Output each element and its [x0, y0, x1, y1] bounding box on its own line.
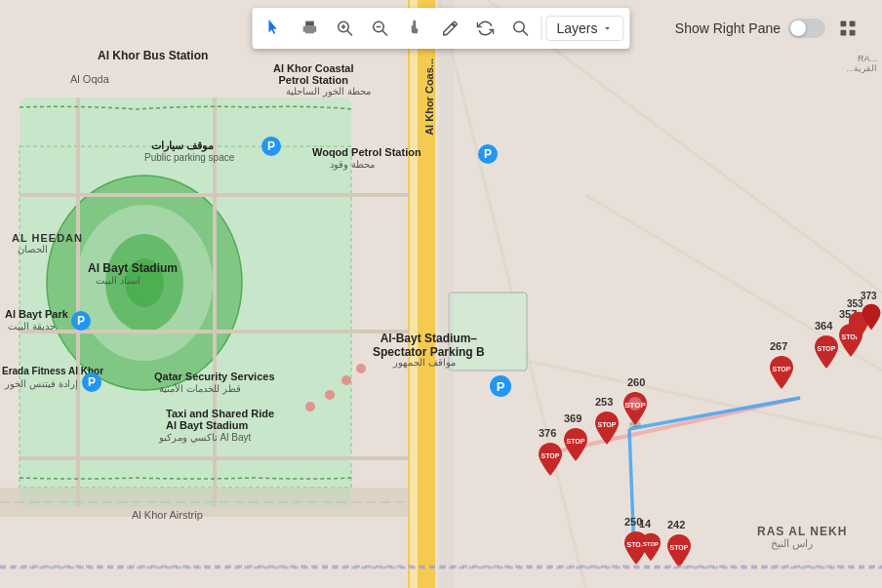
svg-line-44 — [347, 30, 352, 35]
edit-button[interactable] — [433, 12, 466, 45]
right-pane-toggle[interactable] — [788, 19, 825, 38]
marker-14: STOP 14 — [639, 531, 662, 567]
pan-button[interactable] — [398, 12, 431, 45]
svg-point-7 — [125, 258, 164, 307]
marker-376: STOP 376 — [537, 441, 564, 482]
toolbar-divider — [541, 17, 541, 40]
svg-text:STOP: STOP — [670, 544, 689, 551]
svg-rect-54 — [841, 30, 847, 36]
parking-icon-fitness: P — [82, 372, 101, 392]
svg-text:STOP: STOP — [598, 421, 617, 428]
svg-point-50 — [514, 21, 525, 32]
svg-text:STOP: STOP — [567, 438, 585, 445]
svg-text:STOP: STOP — [818, 345, 836, 352]
marker-260: STOP 260 — [621, 390, 649, 431]
marker-267: STOP 267 — [768, 354, 795, 395]
marker-253: STOP 253 — [593, 410, 621, 451]
marker-364: STOP 364 — [813, 333, 840, 374]
marker-242: STOP 242 — [665, 532, 693, 573]
select-tool-button[interactable] — [258, 12, 291, 45]
svg-line-48 — [382, 30, 387, 35]
svg-rect-55 — [850, 30, 856, 36]
print-button[interactable] — [293, 12, 326, 45]
parking-icon-1: P — [261, 137, 281, 156]
zoom-out-button[interactable] — [363, 12, 396, 45]
svg-text:STOP: STOP — [643, 541, 659, 547]
toolbar: Layers — [252, 8, 629, 49]
parking-icon-2: P — [478, 144, 498, 164]
zoom-in-button[interactable] — [328, 12, 361, 45]
svg-rect-42 — [306, 21, 314, 25]
map-container: Al Khor Bus Station Al Oqda Al Khor Coas… — [0, 0, 882, 588]
marker-373: 373 — [861, 302, 882, 335]
grid-view-button[interactable] — [833, 14, 862, 43]
search-button[interactable] — [503, 12, 537, 45]
svg-rect-53 — [850, 21, 856, 27]
toggle-knob — [790, 20, 806, 36]
layers-label: Layers — [556, 20, 597, 36]
svg-rect-52 — [841, 21, 847, 27]
svg-rect-20 — [439, 0, 454, 588]
layers-dropdown-button[interactable]: Layers — [545, 16, 623, 41]
right-pane-label: Show Right Pane — [675, 20, 781, 36]
map-background — [0, 0, 882, 588]
parking-icon-3: P — [490, 375, 511, 397]
parking-icon-bayt-park: P — [71, 311, 91, 331]
svg-text:STOP: STOP — [773, 366, 791, 372]
right-pane-control: Show Right Pane — [675, 14, 862, 43]
refresh-button[interactable] — [468, 12, 501, 45]
svg-text:STOP: STOP — [541, 452, 560, 459]
svg-text:STOP: STOP — [624, 401, 646, 410]
svg-rect-19 — [449, 293, 527, 371]
svg-line-51 — [523, 30, 528, 35]
marker-369: STOP 369 — [562, 426, 589, 467]
map-attribution: RA......القرية — [846, 54, 877, 73]
svg-rect-2 — [410, 0, 418, 588]
